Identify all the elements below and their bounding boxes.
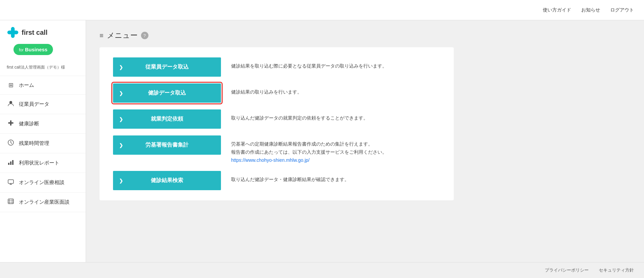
sidebar-item-health-label: 健康診断 (19, 121, 39, 127)
sidebar-item-home[interactable]: ⊞ ホーム (0, 76, 86, 95)
sidebar-item-employee[interactable]: 従業員データ (0, 95, 86, 114)
chevron-icon-3: ❯ (119, 117, 123, 122)
labor-report-label: 労基署報告書集計 (145, 142, 189, 149)
news-link[interactable]: お知らせ (581, 7, 600, 13)
health-icon (7, 120, 15, 128)
health-data-label: 健診データ取込 (148, 90, 186, 97)
sidebar-item-report-label: 利用状況レポート (19, 160, 59, 166)
sidebar-item-online-industrial-label: オンライン産業医面談 (19, 199, 69, 205)
sidebar-item-online-industrial[interactable]: オンライン産業医面談 (0, 193, 86, 212)
logout-link[interactable]: ログアウト (610, 7, 634, 13)
chevron-icon-2: ❯ (119, 91, 123, 96)
sidebar-item-online-medical-label: オンライン医療相談 (19, 179, 64, 186)
report-icon (7, 159, 15, 167)
header-nav: 使い方ガイド お知らせ ログアウト (543, 7, 634, 13)
security-policy-link[interactable]: セキュリティ方針 (599, 267, 634, 273)
sidebar-item-report[interactable]: 利用状況レポート (0, 153, 86, 173)
labor-report-link[interactable]: https://www.chohyo-shien.mhlw.go.jp/ (231, 157, 310, 163)
menu-hamburger-icon: ≡ (100, 32, 104, 40)
sidebar-item-online-medical[interactable]: オンライン医療相談 (0, 173, 86, 193)
for-business-badge: forBusiness (13, 44, 53, 55)
svg-point-2 (9, 101, 12, 104)
menu-row-health-search: ❯ 健診結果検索 取り込んだ健診データ・健康診断結果が確認できます。 (113, 171, 440, 190)
main-layout: first call forBusiness first call法人管理画面（… (0, 20, 644, 262)
chevron-icon-1: ❯ (119, 65, 123, 70)
health-search-desc: 取り込んだ健診データ・健康診断結果が確認できます。 (231, 171, 440, 184)
top-header: 使い方ガイド お知らせ ログアウト (0, 0, 644, 20)
employee-data-label: 従業員データ取込 (145, 64, 189, 71)
online-medical-icon (7, 178, 15, 187)
employee-icon (7, 100, 15, 108)
sidebar-logo: first call (0, 20, 86, 42)
chevron-icon-5: ❯ (119, 178, 123, 183)
business-label: Business (25, 47, 48, 52)
work-judgment-button[interactable]: ❯ 就業判定依頼 (113, 109, 221, 129)
employee-data-button[interactable]: ❯ 従業員データ取込 (113, 57, 221, 77)
sidebar: first call forBusiness first call法人管理画面（… (0, 20, 86, 262)
help-icon[interactable]: ? (141, 32, 148, 39)
health-search-button[interactable]: ❯ 健診結果検索 (113, 171, 221, 190)
page-title: メニュー (107, 30, 138, 41)
menu-card: ❯ 従業員データ取込 健診結果を取り込む際に必要となる従業員データの取り込みを行… (100, 47, 454, 200)
svg-rect-1 (7, 31, 18, 34)
svg-rect-4 (8, 122, 13, 124)
menu-row-health-data: ❯ 健診データ取込 健診結果の取り込みを行います。 (113, 83, 440, 103)
guide-link[interactable]: 使い方ガイド (543, 7, 571, 13)
work-judgment-label: 就業判定依頼 (151, 116, 183, 123)
sidebar-item-health[interactable]: 健康診断 (0, 114, 86, 134)
svg-rect-8 (12, 160, 13, 165)
sidebar-item-overtime-label: 残業時間管理 (19, 140, 49, 147)
menu-row-work-judgment: ❯ 就業判定依頼 取り込んだ健診データの就業判定の依頼をすることができます。 (113, 109, 440, 129)
labor-report-button[interactable]: ❯ 労基署報告書集計 (113, 135, 221, 155)
health-data-button[interactable]: ❯ 健診データ取込 (113, 83, 221, 103)
online-industrial-icon (7, 198, 15, 206)
home-icon: ⊞ (7, 81, 15, 89)
logo-icon (7, 26, 19, 39)
menu-row-employee-data: ❯ 従業員データ取込 健診結果を取り込む際に必要となる従業員データの取り込みを行… (113, 57, 440, 77)
work-judgment-desc: 取り込んだ健診データの就業判定の依頼をすることができます。 (231, 109, 440, 122)
footer: プライバシーポリシー セキュリティ方針 (0, 262, 644, 278)
content-area: ≡ メニュー ? ❯ 従業員データ取込 健診結果を取り込む際に必要となる従業員デ… (86, 20, 644, 262)
health-data-desc: 健診結果の取り込みを行います。 (231, 83, 440, 96)
svg-rect-6 (8, 163, 9, 165)
svg-rect-9 (8, 180, 13, 183)
for-label: for (19, 48, 24, 52)
overtime-icon (7, 139, 15, 148)
health-search-label: 健診結果検索 (151, 177, 183, 184)
menu-row-labor-report: ❯ 労基署報告書集計 労基署への定期健康診断結果報告書作成のための集計を行えます… (113, 135, 440, 164)
privacy-policy-link[interactable]: プライバシーポリシー (545, 267, 589, 273)
user-label: first call法人管理画面（デモ）様 (0, 63, 86, 76)
labor-report-desc: 労基署への定期健康診断結果報告書作成のための集計を行えます。報告書の作成にあたっ… (231, 135, 440, 164)
logo-text: first call (22, 29, 48, 36)
svg-rect-10 (8, 199, 13, 204)
chevron-icon-4: ❯ (119, 143, 123, 148)
page-header: ≡ メニュー ? (100, 30, 631, 41)
svg-rect-7 (10, 161, 11, 165)
sidebar-item-overtime[interactable]: 残業時間管理 (0, 134, 86, 153)
sidebar-item-home-label: ホーム (19, 82, 34, 89)
employee-data-desc: 健診結果を取り込む際に必要となる従業員データの取り込みを行います。 (231, 57, 440, 70)
labor-report-desc-text: 労基署への定期健康診断結果報告書作成のための集計を行えます。報告書の作成にあたっ… (231, 141, 387, 155)
sidebar-item-employee-label: 従業員データ (19, 101, 49, 107)
sidebar-nav: ⊞ ホーム 従業員データ 健康診断 (0, 76, 86, 262)
